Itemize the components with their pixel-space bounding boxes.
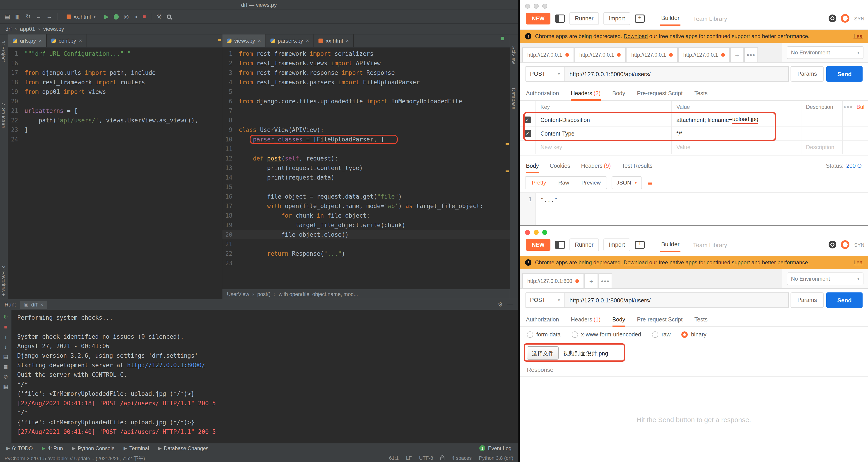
request-tab[interactable]: http://127.0.0.1 bbox=[574, 47, 626, 62]
toolwindow-button[interactable]: ▶ Terminal bbox=[124, 445, 149, 451]
new-description-placeholder[interactable]: Description bbox=[801, 141, 843, 154]
stop-icon[interactable]: ■ bbox=[4, 324, 7, 330]
new-button[interactable]: NEW bbox=[526, 239, 551, 251]
header-key-cell[interactable]: Content-Disposition bbox=[536, 113, 672, 126]
request-section-tab[interactable]: Tests bbox=[694, 90, 707, 100]
sync-label[interactable]: SYN bbox=[854, 242, 864, 247]
download-link[interactable]: Download bbox=[624, 259, 648, 266]
interpreter[interactable]: Python 3.8 (drf) bbox=[479, 455, 513, 460]
minimize-window-icon[interactable] bbox=[534, 4, 539, 9]
params-button[interactable]: Params bbox=[790, 66, 824, 82]
format-selector[interactable]: JSON ▾ bbox=[612, 176, 642, 189]
scroll-up-icon[interactable]: ↑ bbox=[4, 334, 7, 340]
account-avatar[interactable] bbox=[841, 240, 850, 249]
row-checkbox[interactable]: ✓ bbox=[520, 113, 536, 126]
header-value-cell[interactable]: attachment; filename=upload.jpg bbox=[672, 113, 801, 126]
url-input[interactable]: http://127.0.0.1:8000/api/users/ bbox=[565, 292, 789, 308]
new-tab-button[interactable]: + bbox=[584, 273, 598, 288]
toolwindow-button[interactable]: ▶ Python Console bbox=[72, 445, 115, 451]
request-section-tab[interactable]: Tests bbox=[694, 316, 707, 326]
search-icon[interactable] bbox=[167, 14, 171, 19]
request-section-tab[interactable]: Authorization bbox=[526, 90, 559, 100]
close-icon[interactable]: × bbox=[79, 38, 82, 44]
account-avatar[interactable] bbox=[841, 14, 850, 23]
request-tab[interactable]: http://127.0.0.1 bbox=[522, 47, 574, 62]
url-input[interactable]: http://127.0.0.1:8000/api/users/ bbox=[565, 66, 789, 82]
request-section-tab[interactable]: Headers(1) bbox=[571, 316, 600, 326]
interceptor-icon[interactable] bbox=[829, 241, 837, 249]
response-tab[interactable]: Cookies bbox=[550, 163, 570, 173]
print-icon[interactable]: ≣ bbox=[3, 364, 8, 370]
run-tab[interactable]: ▣ drf × bbox=[21, 300, 47, 309]
body-type-option[interactable]: x-www-form-urlencoded bbox=[571, 331, 641, 338]
choose-file-button[interactable]: 选择文件 bbox=[527, 346, 559, 359]
environment-selector[interactable]: No Environment ▾ bbox=[787, 272, 864, 285]
send-button[interactable]: Send bbox=[826, 292, 863, 308]
event-log[interactable]: 1 Event Log bbox=[479, 445, 512, 451]
layout-toggle-icon[interactable] bbox=[555, 14, 565, 23]
zoom-window-icon[interactable] bbox=[542, 230, 547, 235]
interceptor-icon[interactable] bbox=[829, 15, 837, 22]
minimize-icon[interactable]: — bbox=[507, 301, 513, 308]
view-mode-button[interactable]: Pretty bbox=[526, 176, 553, 189]
send-button[interactable]: Send bbox=[826, 66, 863, 82]
import-button[interactable]: Import bbox=[603, 12, 630, 25]
debug-icon[interactable] bbox=[114, 14, 119, 19]
method-selector[interactable]: POST ▾ bbox=[525, 66, 565, 82]
toolwindow-button[interactable]: ▶ 4: Run bbox=[42, 445, 63, 451]
new-window-icon[interactable] bbox=[635, 240, 645, 249]
import-button[interactable]: Import bbox=[603, 238, 630, 251]
close-icon[interactable]: × bbox=[39, 38, 42, 44]
toolwindow-project[interactable]: 1: Project bbox=[1, 41, 6, 62]
breadcrumb-item[interactable]: UserView bbox=[227, 291, 249, 297]
header-value-cell[interactable]: */* bbox=[672, 127, 801, 140]
clear-icon[interactable]: ⊘ bbox=[3, 374, 8, 380]
more-tabs-icon[interactable]: ●●● bbox=[598, 273, 612, 288]
soft-wrap-icon[interactable]: ▤ bbox=[3, 354, 8, 360]
bulk-edit-link[interactable]: Bul bbox=[857, 104, 864, 110]
request-section-tab[interactable]: Headers(2) bbox=[571, 90, 600, 100]
response-tab[interactable]: Body bbox=[526, 163, 539, 173]
runner-button[interactable]: Runner bbox=[569, 12, 599, 25]
new-tab-button[interactable]: + bbox=[730, 47, 744, 62]
status-message[interactable]: PyCharm 2020.1.5 available: // Update...… bbox=[4, 454, 382, 461]
request-tab[interactable]: http://127.0.0.1 bbox=[678, 47, 730, 62]
more-options-icon[interactable]: ●●● bbox=[843, 104, 853, 109]
editor-tab[interactable]: parsers.py × bbox=[266, 34, 314, 47]
tab-team-library[interactable]: Team Library bbox=[692, 11, 728, 25]
minimize-window-icon[interactable] bbox=[534, 230, 539, 235]
more-tabs-icon[interactable]: ●●● bbox=[744, 47, 758, 62]
wrench-icon[interactable]: ⚒ bbox=[156, 13, 161, 20]
caret-position[interactable]: 61:1 bbox=[389, 455, 399, 460]
response-body-viewer[interactable]: 1 "..." bbox=[520, 192, 868, 225]
row-checkbox[interactable]: ✓ bbox=[520, 127, 536, 140]
code-editor-urls[interactable]: 1"""drf URL Configuration..."""16 17from… bbox=[8, 48, 222, 299]
layout-toggle-icon[interactable] bbox=[555, 240, 565, 249]
request-section-tab[interactable]: Pre-request Script bbox=[637, 90, 682, 100]
tab-builder[interactable]: Builder bbox=[660, 237, 680, 252]
learn-more-link[interactable]: Lea bbox=[854, 259, 863, 266]
request-tab[interactable]: http://127.0.0.1:800 bbox=[522, 273, 584, 288]
coverage-icon[interactable]: ◎ bbox=[124, 13, 129, 20]
run-config-selector[interactable]: xx.html ▾ bbox=[63, 12, 99, 21]
breadcrumb-item[interactable]: app01 bbox=[12, 26, 35, 32]
download-link[interactable]: Download bbox=[624, 33, 648, 39]
back-icon[interactable]: ← bbox=[36, 13, 41, 20]
header-key-cell[interactable]: Content-Type bbox=[536, 127, 672, 140]
breadcrumb-item[interactable]: with open(file_object.name, mod... bbox=[271, 291, 358, 297]
gear-icon[interactable]: ⚙ bbox=[498, 301, 503, 308]
view-mode-button[interactable]: Preview bbox=[575, 176, 607, 189]
new-key-placeholder[interactable]: New key bbox=[536, 141, 672, 154]
file-encoding[interactable]: UTF-8 bbox=[419, 455, 433, 460]
toolwindow-database[interactable]: Database bbox=[511, 88, 517, 109]
close-icon[interactable]: × bbox=[346, 38, 349, 44]
toolwindow-sciview[interactable]: SciView bbox=[511, 46, 517, 64]
editor-tab[interactable]: conf.py × bbox=[47, 34, 87, 47]
learn-more-link[interactable]: Lea bbox=[854, 33, 863, 39]
open-project-icon[interactable]: ▤ bbox=[4, 13, 10, 20]
indent-setting[interactable]: 4 spaces bbox=[452, 455, 472, 460]
pin-icon[interactable]: ▦ bbox=[3, 383, 8, 390]
body-type-option[interactable]: form-data bbox=[527, 331, 561, 338]
zoom-window-icon[interactable] bbox=[542, 4, 547, 9]
toolwindow-button[interactable]: ▶ 6: TODO bbox=[6, 445, 33, 451]
